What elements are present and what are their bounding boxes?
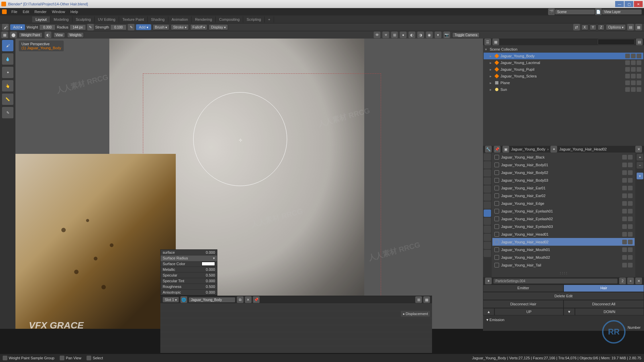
render-toggle-icon[interactable] (628, 232, 633, 237)
viewport-toggle-icon[interactable] (622, 255, 627, 260)
viewport-toggle-icon[interactable] (622, 232, 627, 237)
stroke-menu[interactable]: Stroke ▾ (171, 24, 189, 30)
particle-system-item[interactable]: Jaguar_Young_Hair_Ear01 (492, 184, 635, 192)
ptab-scene[interactable] (484, 177, 491, 185)
particle-system-item[interactable]: Jaguar_Young_Hair_Ear02 (492, 192, 635, 199)
render-toggle-icon[interactable] (628, 224, 633, 229)
delete-edit-button[interactable]: Delete Edit (483, 292, 644, 300)
weight-field[interactable]: 0.300 (39, 24, 55, 30)
down-button[interactable]: DOWN (575, 308, 644, 315)
eye-icon[interactable] (625, 54, 630, 58)
outliner-item[interactable]: ▸Jaguar_Young_Body (484, 53, 643, 59)
ptab-render[interactable] (484, 153, 491, 161)
viewport-toggle-icon[interactable] (622, 170, 627, 175)
viewport-toggle-icon[interactable] (622, 178, 627, 183)
ptab-modifier[interactable] (484, 201, 491, 209)
weights-menu[interactable]: Weights (67, 32, 84, 38)
render-icon[interactable] (637, 74, 641, 78)
material-pin-icon[interactable]: 📌 (253, 296, 260, 303)
shading-render-icon[interactable]: ◉ (426, 32, 433, 38)
select-icon[interactable] (631, 74, 636, 78)
axis-x[interactable]: X (581, 24, 588, 30)
ptab-world[interactable] (484, 185, 491, 193)
eye-icon[interactable] (625, 87, 630, 92)
add-particle-button[interactable]: + (637, 154, 643, 161)
node-snap-icon[interactable]: ⊞ (415, 296, 422, 303)
view-menu[interactable]: View (53, 32, 65, 38)
material-unlink-icon[interactable]: ✕ (245, 296, 252, 303)
surface-value[interactable]: 0.000 (206, 250, 215, 254)
shader-node-graph[interactable]: ● Displacement (160, 303, 432, 353)
tool-smear[interactable]: 👆 (2, 80, 13, 92)
tab-rendering[interactable]: Rendering (192, 16, 216, 22)
display-menu[interactable]: Display ▾ (209, 24, 228, 30)
scene-selector[interactable]: Scene (555, 9, 595, 15)
render-toggle-icon[interactable] (628, 263, 633, 267)
chevron-right-icon[interactable]: ▸ (490, 87, 493, 92)
strength-pressure-icon[interactable]: ✎ (128, 24, 135, 31)
select-icon[interactable] (631, 67, 636, 72)
menu-file[interactable]: File (9, 9, 20, 15)
render-toggle-icon[interactable] (628, 255, 633, 260)
material-property-row[interactable]: Anisotropic0.000 (161, 290, 217, 295)
tab-scripting[interactable]: Scripting (243, 16, 265, 22)
tab-sculpting[interactable]: Sculpting (72, 16, 95, 22)
particle-system-item[interactable]: Jaguar_Young_Hair_Tail (492, 261, 635, 269)
tab-uv-editing[interactable]: UV Editing (95, 16, 119, 22)
particle-system-item[interactable]: Jaguar_Young_Hair_Eyelash01 (492, 207, 635, 215)
render-toggle-icon[interactable] (628, 155, 633, 160)
particle-system-item[interactable]: Jaguar_Young_Hair_Body03 (492, 176, 635, 184)
render-toggle-icon[interactable] (628, 170, 633, 175)
tab-compositing[interactable]: Compositing (216, 16, 243, 22)
menu-edit[interactable]: Edit (20, 9, 32, 15)
render-toggle-icon[interactable] (628, 209, 633, 214)
select-icon[interactable] (631, 60, 636, 65)
properties-editor-icon[interactable]: 🔧 (485, 146, 492, 153)
outliner-editor-icon[interactable]: ☰ (484, 39, 491, 45)
particle-system-item[interactable]: Jaguar_Young_Hair_Eyelash03 (492, 223, 635, 230)
gizmo-icon[interactable]: ⤧ (382, 32, 389, 38)
type-hair-button[interactable]: Hair (564, 285, 644, 292)
3d-viewport[interactable]: ⊹ User Perspective (1) Jaguar_Young_Body… (15, 39, 483, 329)
tab-animation[interactable]: Animation (168, 16, 192, 22)
surface-color-swatch[interactable] (202, 262, 215, 266)
material-property-row[interactable]: Metallic0.000 (161, 267, 217, 273)
chevron-right-icon[interactable]: ▸ (490, 81, 493, 85)
particle-system-item[interactable]: Jaguar_Young_Hair_Head01 (492, 230, 635, 238)
viewport-toggle-icon[interactable] (622, 240, 627, 244)
particle-data-icon[interactable]: ✦ (485, 278, 492, 284)
strength-field[interactable]: 0.100 (110, 24, 126, 30)
crumb-particle[interactable]: Jaguar_Young_Hair_Head02 (559, 147, 607, 151)
render-icon[interactable] (637, 67, 641, 72)
type-emitter-button[interactable]: Emitter (483, 285, 564, 292)
shading-dropdown-icon[interactable]: ▾ (435, 32, 441, 38)
radius-pressure-icon[interactable]: ✎ (87, 24, 94, 31)
ptab-object[interactable] (484, 193, 491, 201)
blend-add-dropdown[interactable]: Add ▾ (136, 24, 151, 30)
particle-system-item[interactable]: Jaguar_Young_Hair_Eyelash02 (492, 215, 635, 223)
ptab-particles[interactable] (484, 209, 491, 217)
tab-modeling[interactable]: Modeling (50, 16, 72, 22)
particle-system-item[interactable]: Jaguar_Young_Hair_Edge (492, 199, 635, 207)
chevron-right-icon[interactable]: ▸ (490, 74, 493, 78)
restrict-icon[interactable]: ▦ (635, 24, 642, 31)
render-icon[interactable] (637, 60, 641, 65)
brush-menu[interactable]: Brush ▾ (153, 24, 170, 30)
menu-help[interactable]: Help (68, 9, 81, 15)
viewport-toggle-icon[interactable] (622, 186, 627, 190)
material-copy-icon[interactable]: ⧉ (237, 296, 244, 303)
camera-icon[interactable]: 📷 (443, 32, 450, 38)
particle-system-item[interactable]: Jaguar_Young_Hair_Black (492, 153, 635, 161)
radius-field[interactable]: 144 px (70, 24, 86, 30)
viewport-toggle-icon[interactable] (622, 201, 627, 206)
material-prop-value[interactable]: 0.000 (206, 267, 215, 272)
tab-layout[interactable]: Layout (32, 16, 50, 22)
particle-system-list[interactable]: Jaguar_Young_Hair_BlackJaguar_Young_Hair… (492, 153, 635, 277)
render-toggle-icon[interactable] (628, 247, 633, 252)
ptab-physics[interactable] (484, 218, 491, 225)
render-toggle-icon[interactable] (628, 201, 633, 206)
render-toggle-icon[interactable] (628, 163, 633, 167)
pin-icon[interactable]: 📌 (494, 146, 500, 153)
viewlayer-selector[interactable]: View Layer (602, 9, 642, 15)
render-icon[interactable] (637, 80, 641, 85)
